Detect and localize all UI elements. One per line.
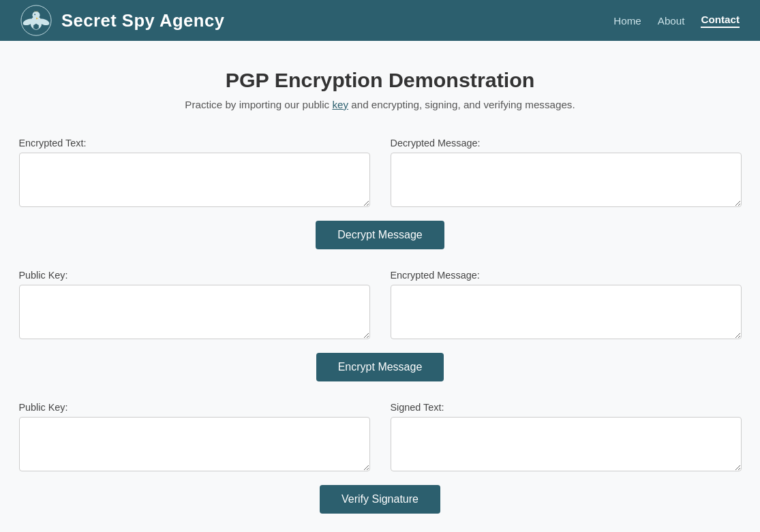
public-key-verify-col: Public Key: <box>19 402 370 471</box>
svg-point-6 <box>34 14 35 15</box>
nav-links: Home About Contact <box>613 14 740 28</box>
brand-name: Secret Spy Agency <box>61 11 224 31</box>
nav-home[interactable]: Home <box>613 15 641 27</box>
decrypt-button[interactable]: Decrypt Message <box>316 221 444 249</box>
encrypt-btn-row: Encrypt Message <box>19 353 742 381</box>
main-content: PGP Encryption Demonstration Practice by… <box>5 41 755 532</box>
page-subtitle: Practice by importing our public key and… <box>19 99 742 110</box>
svg-point-8 <box>35 11 36 12</box>
encrypt-button[interactable]: Encrypt Message <box>316 353 444 381</box>
signed-text-col: Signed Text: <box>391 402 742 471</box>
svg-marker-7 <box>33 24 39 30</box>
public-key-encrypt-label: Public Key: <box>19 270 370 281</box>
svg-point-9 <box>34 11 35 12</box>
page-title: PGP Encryption Demonstration <box>19 68 742 92</box>
subtitle-text-after: and encrypting, signing, and verifying m… <box>348 99 575 110</box>
nav-about[interactable]: About <box>658 15 685 27</box>
encrypted-message-output[interactable] <box>391 285 742 339</box>
signed-text-label: Signed Text: <box>391 402 742 413</box>
decrypted-message-label: Decrypted Message: <box>391 138 742 148</box>
verify-btn-row: Verify Signature <box>19 485 742 514</box>
decrypt-section: Encrypted Text: Decrypted Message: Decry… <box>19 138 742 249</box>
public-key-encrypt-input[interactable] <box>19 285 370 339</box>
verify-section: Public Key: Signed Text: Verify Signatur… <box>19 402 742 514</box>
encrypt-inputs-row: Public Key: Encrypted Message: <box>19 270 742 339</box>
nav-contact[interactable]: Contact <box>701 14 740 28</box>
decrypted-message-output[interactable] <box>391 153 742 207</box>
verify-inputs-row: Public Key: Signed Text: <box>19 402 742 471</box>
signed-text-input[interactable] <box>391 417 742 471</box>
encrypt-section: Public Key: Encrypted Message: Encrypt M… <box>19 270 742 381</box>
public-key-encrypt-col: Public Key: <box>19 270 370 339</box>
decrypt-btn-row: Decrypt Message <box>19 221 742 249</box>
subtitle-text-before: Practice by importing our public <box>185 99 332 110</box>
brand-link[interactable]: Secret Spy Agency <box>20 5 224 36</box>
encrypted-message-col: Encrypted Message: <box>391 270 742 339</box>
encrypted-text-label: Encrypted Text: <box>19 138 370 148</box>
svg-point-10 <box>37 11 38 12</box>
encrypted-text-input[interactable] <box>19 153 370 207</box>
public-key-link[interactable]: key <box>332 99 348 110</box>
navbar: Secret Spy Agency Home About Contact <box>0 0 760 41</box>
public-key-verify-input[interactable] <box>19 417 370 471</box>
brand-logo-icon <box>20 5 52 36</box>
encrypted-message-label: Encrypted Message: <box>391 270 742 281</box>
public-key-verify-label: Public Key: <box>19 402 370 413</box>
decrypt-inputs-row: Encrypted Text: Decrypted Message: <box>19 138 742 207</box>
decrypted-message-col: Decrypted Message: <box>391 138 742 207</box>
verify-button[interactable]: Verify Signature <box>320 485 440 514</box>
encrypted-text-col: Encrypted Text: <box>19 138 370 207</box>
